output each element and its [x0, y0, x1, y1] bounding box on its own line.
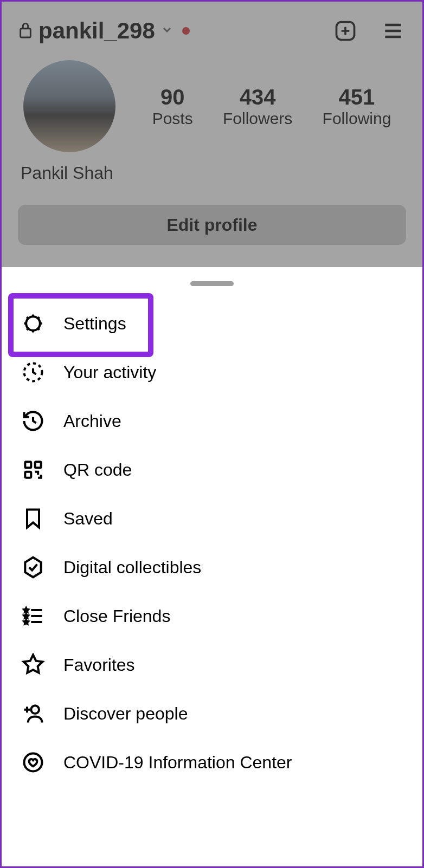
- bottom-sheet: Settings Your activity Archive: [2, 267, 422, 866]
- menu-settings[interactable]: Settings: [2, 299, 422, 348]
- menu-your-activity[interactable]: Your activity: [2, 348, 422, 397]
- menu-covid-info[interactable]: COVID-19 Information Center: [2, 738, 422, 787]
- svg-point-8: [24, 754, 42, 772]
- menu-activity-label: Your activity: [63, 362, 156, 383]
- star-icon: [21, 653, 45, 677]
- activity-icon: [21, 360, 45, 384]
- sheet-handle[interactable]: [190, 281, 234, 286]
- menu-digital-collectibles[interactable]: Digital collectibles: [2, 543, 422, 592]
- menu-qr-code[interactable]: QR code: [2, 445, 422, 494]
- list-star-icon: [21, 604, 45, 628]
- bookmark-icon: [21, 507, 45, 530]
- menu-discover-label: Discover people: [63, 704, 188, 724]
- menu-settings-label: Settings: [63, 314, 126, 334]
- menu-covid-label: COVID-19 Information Center: [63, 753, 292, 773]
- menu-collectibles-label: Digital collectibles: [63, 558, 201, 578]
- menu-archive[interactable]: Archive: [2, 397, 422, 445]
- svg-point-2: [26, 316, 40, 331]
- menu-qr-label: QR code: [63, 460, 132, 480]
- menu-archive-label: Archive: [63, 411, 121, 431]
- menu-favorites[interactable]: Favorites: [2, 640, 422, 689]
- svg-rect-5: [35, 462, 41, 468]
- menu-close-friends-label: Close Friends: [63, 606, 170, 626]
- menu-close-friends[interactable]: Close Friends: [2, 592, 422, 640]
- archive-icon: [21, 409, 45, 433]
- add-person-icon: [21, 702, 45, 726]
- menu-saved[interactable]: Saved: [2, 494, 422, 543]
- menu-favorites-label: Favorites: [63, 655, 135, 675]
- qr-icon: [21, 458, 45, 482]
- modal-backdrop[interactable]: [2, 2, 422, 267]
- hexagon-check-icon: [21, 555, 45, 579]
- svg-rect-6: [25, 472, 31, 478]
- menu-saved-label: Saved: [63, 509, 113, 529]
- menu-discover-people[interactable]: Discover people: [2, 689, 422, 738]
- svg-point-7: [31, 705, 39, 714]
- gear-icon: [21, 312, 45, 335]
- heart-circle-icon: [21, 750, 45, 774]
- svg-rect-4: [25, 462, 31, 468]
